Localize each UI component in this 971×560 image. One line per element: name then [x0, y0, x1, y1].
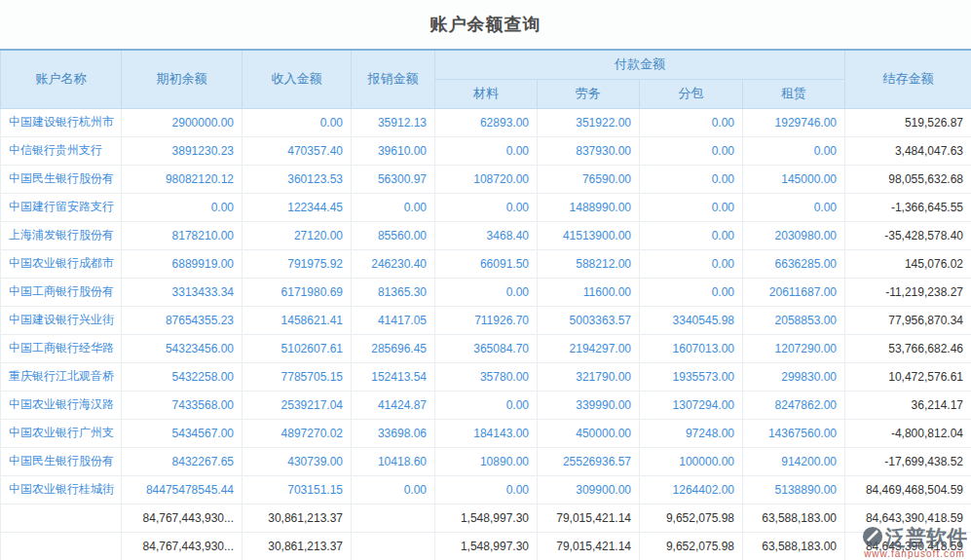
cell-payment-lease: 1207290.00 — [743, 334, 845, 362]
table-row: 中国民生银行股份有8432267.65430739.0010418.601089… — [1, 447, 971, 475]
cell-opening-balance: 0.00 — [122, 193, 243, 221]
cell-payment-labor: 79,015,421.14 — [538, 504, 640, 532]
cell-payment-labor: 588212.00 — [538, 249, 640, 278]
cell-payment-subcontract: 0.00 — [640, 165, 743, 193]
cell-payment-labor: 321790.00 — [538, 362, 640, 391]
cell-payment-lease: 63,588,183.00 — [743, 504, 845, 532]
cell-payment-labor: 79,015,421.14 — [538, 532, 640, 560]
cell-reimburse-amount: 41417.05 — [352, 306, 435, 334]
cell-reimburse-amount — [352, 504, 435, 532]
col-header-payment-labor: 劳务 — [538, 79, 640, 108]
cell-payment-lease: 20611687.00 — [743, 278, 845, 306]
cell-closing-balance: -11,219,238.27 — [845, 278, 971, 306]
cell-closing-balance: 84,469,468,504.59 — [845, 475, 971, 504]
cell-payment-subcontract: 0.00 — [640, 136, 743, 165]
cell-account-name: 中国工商银行股份有 — [1, 278, 122, 306]
table-row: 中国工商银行经华路54323456.005102607.61285696.453… — [1, 334, 971, 362]
cell-closing-balance: 53,766,682.46 — [845, 334, 971, 362]
cell-payment-subcontract: 0.00 — [640, 278, 743, 306]
cell-account-name — [1, 504, 122, 532]
cell-closing-balance: 10,472,576.61 — [845, 362, 971, 391]
cell-payment-material: 10890.00 — [435, 447, 538, 475]
cell-payment-material: 66091.50 — [435, 249, 538, 278]
cell-payment-lease: 145000.00 — [743, 165, 845, 193]
cell-opening-balance: 8178210.00 — [122, 221, 243, 249]
cell-reimburse-amount: 35912.13 — [352, 108, 435, 136]
cell-opening-balance: 3313433.34 — [122, 278, 243, 306]
cell-payment-labor: 351922.00 — [538, 108, 640, 136]
cell-payment-labor: 339990.00 — [538, 391, 640, 419]
cell-account-name: 中国农业银行海汉路 — [1, 391, 122, 419]
cell-reimburse-amount: 81365.30 — [352, 278, 435, 306]
cell-reimburse-amount: 10418.60 — [352, 447, 435, 475]
cell-account-name: 中国建行留安路支行 — [1, 193, 122, 221]
cell-payment-material: 62893.00 — [435, 108, 538, 136]
table-row: 中国农业银行成都市6889919.00791975.92246230.40660… — [1, 249, 971, 278]
cell-account-name: 中国农业银行成都市 — [1, 249, 122, 278]
col-header-opening-balance: 期初余额 — [122, 50, 243, 108]
cell-payment-lease: 0.00 — [743, 193, 845, 221]
cell-payment-labor: 5003363.57 — [538, 306, 640, 334]
cell-reimburse-amount: 0.00 — [352, 475, 435, 504]
cell-payment-labor: 1488990.00 — [538, 193, 640, 221]
cell-income-amount: 27120.00 — [243, 221, 352, 249]
cell-payment-subcontract: 1307294.00 — [640, 391, 743, 419]
cell-reimburse-amount: 33698.06 — [352, 419, 435, 447]
cell-closing-balance: -17,699,438.52 — [845, 447, 971, 475]
table-header: 账户名称 期初余额 收入金额 报销金额 付款金额 结存金额 材料 劳务 分包 租… — [1, 50, 971, 108]
cell-payment-lease: 5138890.00 — [743, 475, 845, 504]
col-header-account-name: 账户名称 — [1, 50, 122, 108]
cell-account-name: 中国民生银行股份有 — [1, 447, 122, 475]
col-header-income-amount: 收入金额 — [243, 50, 352, 108]
table-row: 中国建行留安路支行0.00122344.450.000.001488990.00… — [1, 193, 971, 221]
cell-payment-labor: 11600.00 — [538, 278, 640, 306]
cell-closing-balance: -4,800,812.04 — [845, 419, 971, 447]
cell-payment-subcontract: 9,652,075.98 — [640, 504, 743, 532]
cell-account-name: 中国建设银行杭州市 — [1, 108, 122, 136]
cell-payment-lease: 14367560.00 — [743, 419, 845, 447]
col-header-reimburse-amount: 报销金额 — [352, 50, 435, 108]
summary-row: 84,767,443,930...30,861,213.371,548,997.… — [1, 504, 971, 532]
cell-reimburse-amount: 39610.00 — [352, 136, 435, 165]
cell-payment-lease: 2030980.00 — [743, 221, 845, 249]
cell-reimburse-amount: 246230.40 — [352, 249, 435, 278]
cell-closing-balance: 519,526.87 — [845, 108, 971, 136]
cell-opening-balance: 84,767,443,930... — [122, 532, 243, 560]
cell-income-amount: 791975.92 — [243, 249, 352, 278]
cell-closing-balance: 98,055,632.68 — [845, 165, 971, 193]
cell-opening-balance: 7433568.00 — [122, 391, 243, 419]
table-row: 中国农业银行广州支5434567.004897270.0233698.06184… — [1, 419, 971, 447]
account-balance-table: 账户名称 期初余额 收入金额 报销金额 付款金额 结存金额 材料 劳务 分包 租… — [0, 49, 971, 560]
table-row: 中国工商银行股份有3313433.346171980.6981365.300.0… — [1, 278, 971, 306]
cell-payment-material: 1,548,997.30 — [435, 532, 538, 560]
cell-reimburse-amount: 285696.45 — [352, 334, 435, 362]
col-header-payment-material: 材料 — [435, 79, 538, 108]
cell-reimburse-amount: 56300.97 — [352, 165, 435, 193]
cell-payment-lease: 6636285.00 — [743, 249, 845, 278]
cell-income-amount: 0.00 — [243, 108, 352, 136]
cell-reimburse-amount: 85560.00 — [352, 221, 435, 249]
cell-reimburse-amount: 152413.54 — [352, 362, 435, 391]
cell-payment-subcontract: 9,652,075.98 — [640, 532, 743, 560]
table-row: 中国建设银行兴业街87654355.231458621.4141417.0571… — [1, 306, 971, 334]
cell-income-amount: 122344.45 — [243, 193, 352, 221]
cell-opening-balance: 87654355.23 — [122, 306, 243, 334]
cell-account-name: 中国工商银行经华路 — [1, 334, 122, 362]
cell-income-amount: 7785705.15 — [243, 362, 352, 391]
cell-account-name — [1, 532, 122, 560]
cell-payment-material: 711926.70 — [435, 306, 538, 334]
cell-payment-material: 184143.00 — [435, 419, 538, 447]
page-title: 账户余额查询 — [0, 0, 971, 49]
cell-opening-balance: 6889919.00 — [122, 249, 243, 278]
cell-opening-balance: 54323456.00 — [122, 334, 243, 362]
cell-payment-material: 0.00 — [435, 391, 538, 419]
cell-payment-labor: 450000.00 — [538, 419, 640, 447]
cell-closing-balance: 84,643,390,418.59 — [845, 532, 971, 560]
cell-payment-subcontract: 3340545.98 — [640, 306, 743, 334]
cell-payment-labor: 25526936.57 — [538, 447, 640, 475]
cell-payment-subcontract: 0.00 — [640, 249, 743, 278]
table-body: 中国建设银行杭州市2900000.000.0035912.1362893.003… — [1, 108, 971, 504]
cell-account-name: 中国建设银行兴业街 — [1, 306, 122, 334]
cell-payment-material: 0.00 — [435, 278, 538, 306]
cell-payment-lease: 1929746.00 — [743, 108, 845, 136]
